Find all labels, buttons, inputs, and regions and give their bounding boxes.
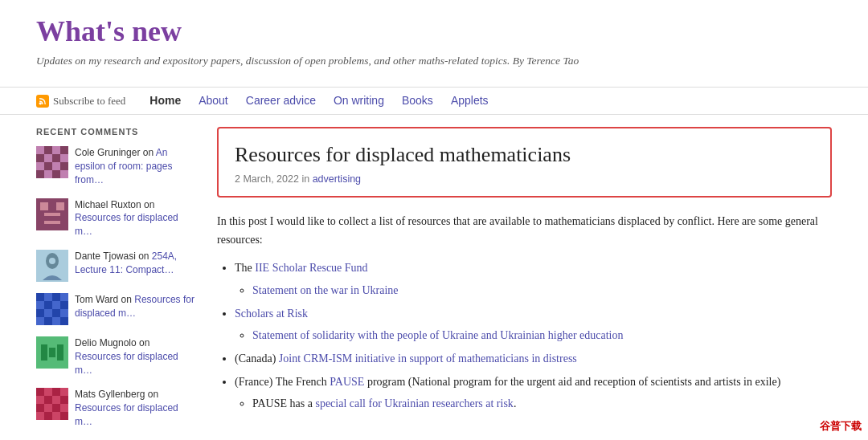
svg-rect-34 [44,309,52,317]
svg-rect-60 [60,412,68,420]
svg-rect-25 [36,293,44,301]
pause-link[interactable]: PAUSE [330,376,364,388]
svg-rect-19 [56,202,64,210]
sidebar: Recent Comments Cole Gruninger on An eps… [36,127,197,440]
svg-rect-12 [60,162,68,170]
svg-rect-15 [52,170,60,178]
svg-rect-14 [44,170,52,178]
svg-rect-51 [52,396,60,404]
list-item: Tom Ward on Resources for displaced m… [36,293,197,325]
svg-rect-1 [36,146,44,154]
nav-applets[interactable]: Applets [451,94,489,107]
list-item: Michael Ruxton on Resources for displace… [36,198,197,238]
nav-career-advice[interactable]: Career advice [246,94,316,107]
post-category-link[interactable]: advertising [313,173,361,185]
svg-rect-42 [41,344,47,361]
svg-rect-59 [52,412,60,420]
content-area: Resources for displaced mathematicians 2… [217,127,832,440]
svg-rect-45 [36,388,44,396]
avatar [36,146,68,178]
comment-link[interactable]: An epsilon of room: pages from… [75,147,172,185]
list-item: Statement of solidarity with the people … [252,326,832,344]
svg-rect-29 [36,301,44,309]
svg-rect-54 [44,404,52,412]
list-item: The IIE Scholar Rescue Fund Statement on… [235,259,832,299]
comment-link[interactable]: Resources for displaced m… [75,212,178,237]
svg-rect-30 [44,301,52,309]
list-item: Delio Mugnolo on Resources for displaced… [36,336,197,377]
comment-link[interactable]: Resources for displaced m… [75,402,178,427]
list-item: Mats Gyllenberg on Resources for displac… [36,388,197,428]
avatar [36,336,68,369]
list-item: Cole Gruninger on An epsilon of room: pa… [36,146,197,186]
svg-rect-48 [60,388,68,396]
nav-about[interactable]: About [199,94,228,107]
post-box: Resources for displaced mathematicians 2… [217,127,832,198]
svg-rect-43 [49,348,55,357]
post-body: In this post I would like to collect a l… [217,212,832,413]
nav-links: Home About Career advice On writing Book… [149,94,488,108]
nav-home[interactable]: Home [149,94,181,107]
list-item: Statement on the war in Ukraine [252,281,832,299]
svg-rect-13 [36,170,44,178]
post-date: 2 March, 2022 [235,173,299,185]
svg-rect-33 [36,309,44,317]
solidarity-statement-link[interactable]: Statement of solidarity with the people … [252,329,623,341]
svg-rect-28 [60,293,68,301]
iie-link[interactable]: IIE Scholar Rescue Fund [255,262,367,274]
svg-rect-8 [60,154,68,162]
svg-rect-32 [60,301,68,309]
subscribe-feed-link[interactable]: Subscribe to feed [36,95,125,108]
post-title: Resources for displaced mathematicians [235,143,814,167]
svg-rect-49 [36,396,44,404]
avatar [36,198,68,230]
svg-rect-4 [60,146,68,154]
svg-rect-5 [36,154,44,162]
svg-rect-26 [44,293,52,301]
main-layout: Recent Comments Cole Gruninger on An eps… [0,115,868,440]
svg-rect-7 [52,154,60,162]
comment-link[interactable]: Resources for displaced m… [75,351,178,376]
comment-text: Dante Tjowasi on 254A, Lecture 11: Compa… [75,250,197,277]
svg-rect-38 [44,317,52,325]
comment-text: Mats Gyllenberg on Resources for displac… [75,388,197,428]
svg-rect-58 [44,412,52,420]
recent-comments-heading: Recent Comments [36,127,197,136]
scholars-at-risk-link[interactable]: Scholars at Risk [235,308,308,320]
nav-books[interactable]: Books [402,94,433,107]
site-tagline: Updates on my research and expository pa… [36,53,832,69]
svg-point-24 [49,258,55,264]
crm-ism-link[interactable]: Joint CRM-ISM initiative in support of m… [279,352,577,365]
svg-rect-2 [44,146,52,154]
comment-link[interactable]: Resources for displaced m… [75,294,194,319]
avatar [36,388,68,420]
svg-rect-6 [44,154,52,162]
resource-list: The IIE Scholar Rescue Fund Statement on… [235,259,832,413]
avatar [36,293,68,325]
svg-rect-27 [52,293,60,301]
svg-rect-39 [52,317,60,325]
svg-rect-11 [52,162,60,170]
list-item: PAUSE has a special call for Ukrainian r… [252,394,832,413]
svg-rect-46 [44,388,52,396]
subscribe-label: Subscribe to feed [53,95,125,108]
nav-on-writing[interactable]: On writing [334,94,384,107]
svg-rect-21 [44,221,60,224]
svg-rect-50 [44,396,52,404]
svg-rect-35 [52,309,60,317]
avatar [36,250,68,282]
svg-rect-3 [52,146,60,154]
comment-link[interactable]: 254A, Lecture 11: Compact… [75,251,177,275]
list-item: (Canada) Joint CRM-ISM initiative in sup… [235,349,832,368]
comment-text: Cole Gruninger on An epsilon of room: pa… [75,146,197,186]
ukraine-statement-link[interactable]: Statement on the war in Ukraine [252,284,399,296]
comment-list: Cole Gruninger on An epsilon of room: pa… [36,146,197,440]
svg-rect-16 [60,170,68,178]
special-call-link[interactable]: special call for Ukrainian researchers a… [315,397,513,409]
svg-rect-52 [60,396,68,404]
svg-rect-9 [36,162,44,170]
feed-icon [36,95,49,108]
svg-rect-44 [57,344,63,361]
comment-text: Michael Ruxton on Resources for displace… [75,198,197,238]
post-in-label: in [301,173,309,185]
